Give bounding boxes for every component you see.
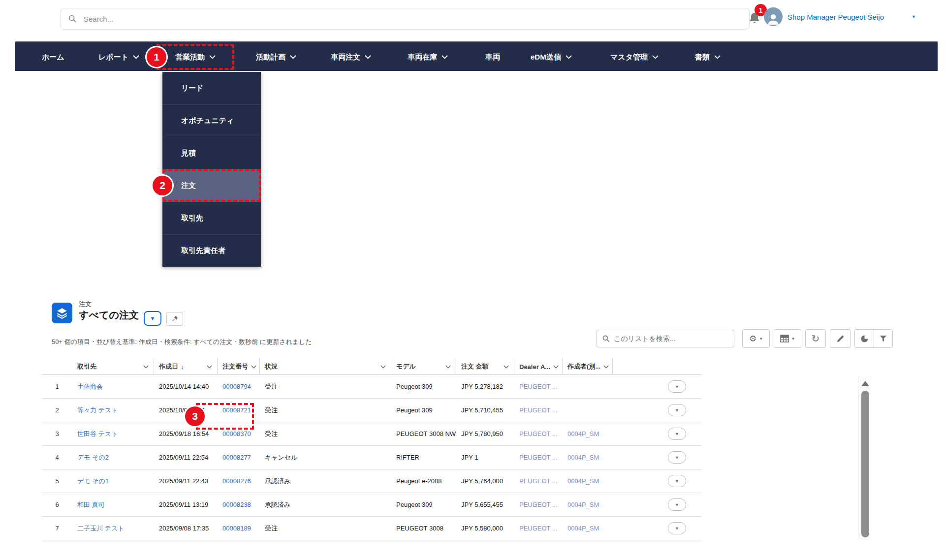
dropdown-menu-item[interactable]: オポチュニティ: [162, 104, 261, 137]
pin-list-button[interactable]: [166, 312, 183, 326]
gear-icon: ⚙: [749, 334, 756, 344]
order-number-link[interactable]: 00008794: [222, 383, 251, 390]
chevron-down-icon: [290, 55, 296, 59]
dealer-link[interactable]: PEUGEOT ...: [519, 525, 558, 532]
column-header[interactable]: 状況 ↓: [260, 358, 391, 375]
nav-item[interactable]: 車両: [485, 42, 500, 72]
chevron-down-icon: [365, 55, 371, 59]
column-header[interactable]: 注文番号 ↓: [218, 358, 260, 375]
nav-item[interactable]: eDM送信: [531, 42, 572, 72]
row-actions-button[interactable]: ▼: [668, 404, 686, 416]
inline-edit-button[interactable]: [830, 329, 850, 348]
chevron-down-icon: [714, 55, 721, 59]
nav-item[interactable]: 車両注文: [331, 42, 371, 72]
list-search: [597, 330, 734, 347]
order-status: 受注: [260, 524, 391, 533]
list-view-selector-button[interactable]: ▼: [144, 311, 161, 326]
show-charts-button[interactable]: [855, 330, 874, 347]
row-actions-button[interactable]: ▼: [668, 498, 686, 511]
row-actions-button[interactable]: ▼: [668, 380, 686, 393]
account-link[interactable]: デモ その1: [77, 477, 109, 485]
chevron-down-icon: [600, 365, 609, 369]
order-number-link[interactable]: 00008276: [222, 477, 251, 485]
creator-link[interactable]: 0004P_SM: [567, 525, 599, 532]
dealer-link[interactable]: PEUGEOT ...: [519, 477, 558, 485]
column-header[interactable]: Dealer A... ↓: [514, 358, 563, 375]
avatar[interactable]: [764, 7, 783, 26]
column-header-label: 状況: [265, 362, 278, 371]
list-search-input[interactable]: [614, 335, 729, 342]
dropdown-menu-item[interactable]: 取引先責任者: [162, 234, 261, 267]
nav-item[interactable]: マスタ管理: [610, 42, 659, 72]
nav-item-label: eDM送信: [531, 53, 561, 62]
dealer-link[interactable]: PEUGEOT ...: [519, 454, 558, 461]
account-link[interactable]: デモ その2: [77, 454, 109, 461]
dropdown-menu-item[interactable]: リード: [162, 72, 261, 104]
order-amount: JPY 1: [456, 454, 514, 461]
row-actions-button[interactable]: ▼: [668, 475, 686, 487]
creator-link[interactable]: 0004P_SM: [567, 430, 599, 437]
dropdown-menu-item[interactable]: 注文 2: [162, 169, 261, 202]
account-link[interactable]: 二子玉川 テスト: [77, 525, 125, 532]
order-status: キャンセル: [260, 453, 391, 462]
nav-item[interactable]: ホーム: [42, 42, 64, 72]
nav-item[interactable]: 車両在庫: [408, 42, 448, 72]
column-header[interactable]: 取引先 ↓: [72, 358, 154, 375]
account-link[interactable]: 世田谷 テスト: [77, 430, 118, 437]
dealer-link[interactable]: PEUGEOT ...: [519, 501, 558, 508]
dropdown-item-label: 見積: [181, 149, 196, 158]
account-link[interactable]: 土佐商会: [77, 383, 103, 390]
user-menu-label[interactable]: Shop Manager Peugeot Seijo: [788, 13, 884, 21]
table-body: 1 土佐商会 2025/10/14 14:40 00008794 受注 Peug…: [42, 375, 701, 540]
refresh-button[interactable]: ↻: [805, 329, 826, 348]
display-as-button[interactable]: ▼: [774, 329, 801, 348]
list-settings-button[interactable]: ⚙▼: [742, 329, 770, 348]
scroll-up-arrow[interactable]: [861, 381, 869, 386]
order-amount: JPY 5,780,950: [456, 430, 514, 437]
account-link[interactable]: 等々力 テスト: [77, 406, 118, 414]
nav-item[interactable]: レポート: [98, 42, 139, 72]
orders-table: 取引先 ↓ 作成日 ↓ 注文番号 ↓: [42, 358, 701, 540]
nav-item[interactable]: 営業活動 1: [157, 44, 234, 70]
dealer-link[interactable]: PEUGEOT ...: [519, 383, 558, 390]
pin-icon: [171, 315, 179, 323]
scrollbar-thumb[interactable]: [861, 391, 869, 537]
dropdown-menu-item[interactable]: 見積: [162, 137, 261, 169]
creator-link[interactable]: 0004P_SM: [567, 477, 599, 485]
caret-down-icon: ▼: [759, 337, 763, 341]
global-search-input[interactable]: [84, 15, 742, 23]
dropdown-menu-item[interactable]: 取引先: [162, 202, 261, 234]
nav-item-label: レポート: [98, 53, 128, 62]
creator-link[interactable]: 0004P_SM: [567, 454, 599, 461]
dealer-link[interactable]: PEUGEOT ...: [519, 430, 558, 437]
row-number: 6: [42, 501, 72, 508]
order-number-link[interactable]: 00008189: [222, 525, 251, 532]
account-link[interactable]: 和田 真司: [77, 501, 105, 508]
order-status: 受注: [260, 406, 391, 415]
order-number-link[interactable]: 00008238: [222, 501, 251, 508]
global-search: [61, 8, 750, 30]
row-number: 7: [42, 525, 72, 532]
creator-link[interactable]: 0004P_SM: [567, 501, 599, 508]
column-header[interactable]: モデル ↓: [391, 358, 456, 375]
order-amount: JPY 5,580,000: [456, 525, 514, 532]
row-actions-button[interactable]: ▼: [668, 522, 686, 534]
column-header[interactable]: 作成者(別... ↓: [563, 358, 613, 375]
nav-item[interactable]: 活動計画: [256, 42, 296, 72]
order-number-link[interactable]: 00008370: [222, 430, 251, 437]
vehicle-model: Peugeot 309: [391, 383, 456, 390]
row-actions-button[interactable]: ▼: [668, 451, 686, 464]
order-number-link[interactable]: 00008277: [222, 454, 251, 461]
table-row: 3 世田谷 テスト 2025/09/18 16:54 00008370 受注 P…: [42, 422, 701, 446]
filter-button[interactable]: [874, 330, 892, 347]
column-header[interactable]: 注文 金額 ↓: [456, 358, 514, 375]
chart-filter-button-group: [854, 329, 893, 348]
column-header[interactable]: 作成日 ↓: [154, 358, 218, 375]
nav-item[interactable]: 書類: [695, 42, 721, 72]
dealer-link[interactable]: PEUGEOT ...: [519, 406, 558, 414]
row-number: 5: [42, 477, 72, 485]
row-actions-button[interactable]: ▼: [668, 428, 686, 440]
column-header-label: 作成者(別...: [567, 362, 600, 371]
column-header-label: 取引先: [77, 362, 96, 371]
user-menu-caret-icon[interactable]: ▼: [912, 14, 916, 19]
